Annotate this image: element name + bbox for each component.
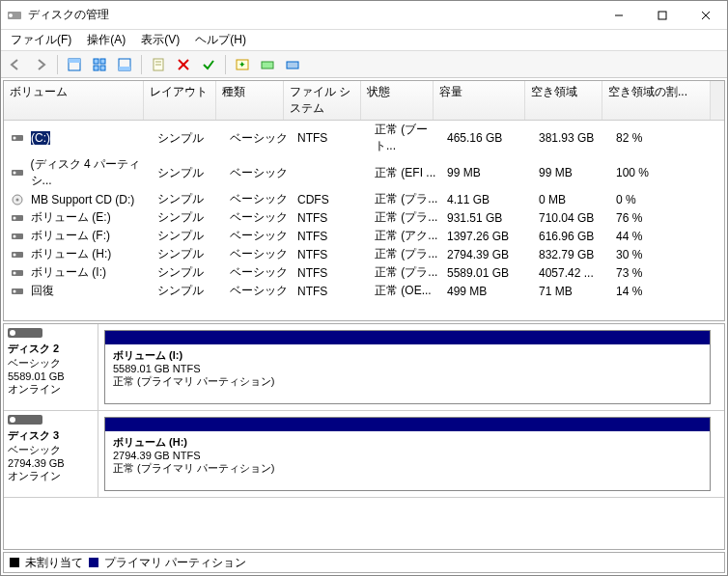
col-percent[interactable]: 空き領域の割... (602, 81, 711, 120)
volume-header: ボリューム レイアウト 種類 ファイル システム 状態 容量 空き領域 空き領域… (4, 81, 724, 121)
minimize-button[interactable] (597, 1, 640, 29)
volume-capacity: 4.11 GB (447, 193, 539, 206)
volume-fs: NTFS (297, 131, 375, 145)
volume-capacity: 99 MB (447, 166, 539, 179)
svg-point-1 (9, 14, 13, 17)
menu-help[interactable]: ヘルプ(H) (189, 30, 252, 50)
volume-pct: 44 % (616, 230, 693, 243)
legend-primary: プライマリ パーティション (104, 555, 246, 571)
disk-pane[interactable]: ディスク 2ベーシック5589.01 GBオンラインボリューム (I:)5589… (3, 323, 725, 550)
volume-type: ベーシック (230, 209, 297, 226)
volume-rows: (C:)シンプルベーシックNTFS正常 (ブート...465.16 GB381.… (4, 121, 724, 300)
menu-file[interactable]: ファイル(F) (5, 30, 77, 50)
volume-free: 0 MB (539, 193, 616, 206)
volume-capacity: 2794.39 GB (447, 248, 539, 261)
volume-row[interactable]: (C:)シンプルベーシックNTFS正常 (ブート...465.16 GB381.… (4, 121, 724, 155)
volume-type: ベーシック (230, 165, 297, 181)
volume-type: ベーシック (230, 191, 297, 207)
col-status[interactable]: 状態 (361, 81, 434, 120)
col-filesystem[interactable]: ファイル システム (284, 81, 361, 120)
svg-point-38 (14, 289, 16, 292)
legend-unallocated: 未割り当て (25, 555, 83, 571)
volume-row[interactable]: ボリューム (H:)シンプルベーシックNTFS正常 (プラ...2794.39 … (4, 245, 724, 263)
maximize-button[interactable] (640, 1, 684, 29)
view-grid-icon[interactable] (89, 54, 110, 75)
volume-fs: NTFS (297, 230, 375, 243)
menu-bar: ファイル(F) 操作(A) 表示(V) ヘルプ(H) (1, 30, 727, 51)
volume-fs: NTFS (297, 266, 375, 280)
back-button[interactable] (5, 54, 26, 75)
drive-icon (12, 231, 27, 242)
attach-vhd-icon[interactable] (257, 54, 278, 75)
volume-list-pane: ボリューム レイアウト 種類 ファイル システム 状態 容量 空き領域 空き領域… (3, 80, 725, 321)
drive-icon (12, 286, 27, 297)
legend-swatch-unallocated (10, 558, 19, 567)
col-free[interactable]: 空き領域 (525, 81, 602, 120)
close-button[interactable] (684, 1, 727, 29)
title-bar: ディスクの管理 (1, 1, 727, 30)
partition[interactable]: ボリューム (I:)5589.01 GB NTFS正常 (プライマリ パーティシ… (104, 330, 711, 404)
col-capacity[interactable]: 容量 (434, 81, 525, 120)
volume-layout: シンプル (157, 165, 230, 181)
col-type[interactable]: 種類 (216, 81, 284, 120)
volume-free: 99 MB (539, 166, 616, 179)
forward-button[interactable] (30, 54, 51, 75)
detach-vhd-icon[interactable] (282, 54, 303, 75)
volume-status: 正常 (EFI ... (375, 165, 447, 181)
volume-row[interactable]: ボリューム (F:)シンプルベーシックNTFS正常 (アク...1397.26 … (4, 227, 724, 245)
properties-icon[interactable] (148, 54, 169, 75)
svg-point-30 (14, 216, 16, 219)
volume-row[interactable]: ボリューム (I:)シンプルベーシックNTFS正常 (プラ...5589.01 … (4, 263, 724, 282)
col-layout[interactable]: レイアウト (144, 81, 216, 120)
volume-row[interactable]: (ディスク 4 パーティシ...シンプルベーシック正常 (EFI ...99 M… (4, 155, 724, 190)
volume-name: ボリューム (H:) (31, 246, 111, 262)
volume-capacity: 465.16 GB (447, 131, 539, 145)
volume-pct: 30 % (616, 248, 693, 261)
menu-action[interactable]: 操作(A) (81, 30, 131, 50)
volume-name: ボリューム (I:) (31, 264, 106, 281)
partition-header (105, 418, 710, 431)
svg-rect-22 (287, 62, 298, 69)
volume-status: 正常 (ブート... (375, 122, 447, 154)
volume-fs: NTFS (297, 211, 375, 225)
col-volume[interactable]: ボリューム (4, 81, 144, 120)
view-top-icon[interactable] (64, 54, 85, 75)
volume-row[interactable]: ボリューム (E:)シンプルベーシックNTFS正常 (プラ...931.51 G… (4, 208, 724, 227)
new-volume-icon[interactable]: ✦ (232, 54, 253, 75)
disk-row[interactable]: ディスク 3ベーシック2794.39 GBオンラインボリューム (H:)2794… (4, 411, 724, 498)
volume-pct: 73 % (616, 266, 693, 280)
svg-rect-7 (69, 59, 80, 63)
svg-point-32 (14, 234, 16, 237)
cd-icon (12, 194, 27, 206)
svg-point-34 (14, 253, 16, 256)
delete-icon[interactable] (173, 54, 194, 75)
volume-capacity: 1397.26 GB (447, 230, 539, 243)
volume-layout: シンプル (157, 191, 230, 207)
drive-icon (12, 249, 27, 261)
legend-swatch-primary (89, 558, 98, 567)
partition-header (105, 331, 710, 344)
disk-title: ディスク 2 (8, 343, 59, 354)
svg-rect-8 (94, 59, 98, 64)
menu-view[interactable]: 表示(V) (135, 30, 185, 50)
disk-size: 2794.39 GB (8, 457, 65, 469)
volume-name: 回復 (31, 283, 54, 299)
volume-row[interactable]: 回復シンプルベーシックNTFS正常 (OE...499 MB71 MB14 % (4, 282, 724, 300)
drive-icon (12, 167, 27, 178)
partition[interactable]: ボリューム (H:)2794.39 GB NTFS正常 (プライマリ パーティシ… (104, 417, 711, 491)
disk-row[interactable]: ディスク 2ベーシック5589.01 GBオンラインボリューム (I:)5589… (4, 324, 724, 411)
partition-state: 正常 (プライマリ パーティション) (113, 462, 274, 474)
volume-layout: シンプル (157, 228, 230, 244)
volume-pct: 100 % (616, 166, 693, 179)
volume-free: 71 MB (539, 285, 616, 298)
partition-name: ボリューム (H:) (113, 436, 187, 448)
volume-free: 710.04 GB (539, 211, 616, 225)
volume-layout: シンプル (157, 283, 230, 299)
disk-title: ディスク 3 (8, 429, 59, 441)
volume-pct: 82 % (616, 131, 693, 145)
svg-rect-13 (119, 67, 130, 70)
view-bottom-icon[interactable] (114, 54, 135, 75)
check-icon[interactable] (198, 54, 219, 75)
disk-info: ディスク 3ベーシック2794.39 GBオンライン (4, 411, 98, 497)
volume-row[interactable]: MB Support CD (D:)シンプルベーシックCDFS正常 (プラ...… (4, 190, 724, 208)
